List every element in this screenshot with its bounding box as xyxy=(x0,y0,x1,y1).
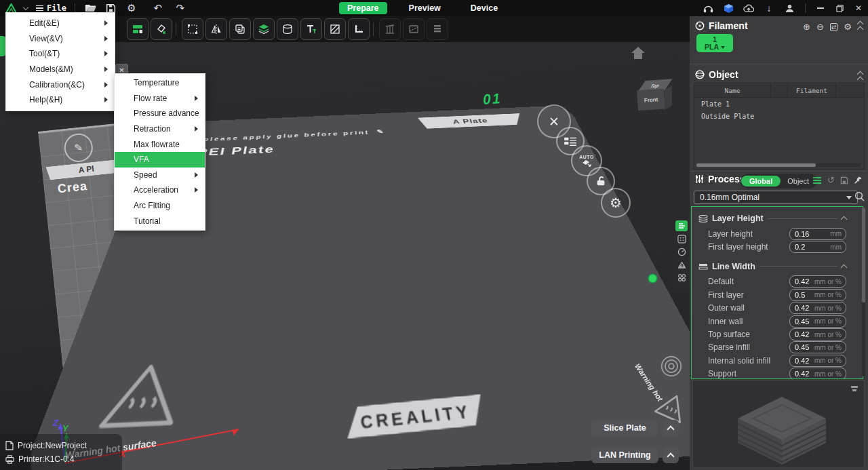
cloud-upload-button[interactable] xyxy=(741,1,757,15)
tab-global[interactable]: Global xyxy=(741,176,781,187)
edit-plate-icon[interactable]: ✎ xyxy=(63,132,94,163)
menu-item-help[interactable]: Help(&H) xyxy=(6,92,115,108)
download-button[interactable]: ↓ xyxy=(761,1,777,15)
menu-item-edit[interactable]: Edit(&E) xyxy=(6,16,115,31)
submenu-item-vfa[interactable]: VFA xyxy=(115,152,205,168)
first-layer-height-field[interactable]: 0.2mm xyxy=(789,241,846,253)
collapse-filament-button[interactable] xyxy=(858,22,863,32)
build-plate-area[interactable]: please apply glue before print✎ PEI Plat… xyxy=(163,111,547,418)
tab-device[interactable]: Device xyxy=(462,2,506,14)
undo-button[interactable]: ↶ xyxy=(150,1,166,15)
internal-solid-infill-width-field[interactable]: 0.42mm or % xyxy=(789,355,846,367)
scrollbar-thumb[interactable] xyxy=(696,163,816,167)
submenu-item-retraction[interactable]: Retraction xyxy=(115,121,205,137)
tab-prepare[interactable]: Prepare xyxy=(339,2,387,14)
save-preset-icon[interactable] xyxy=(840,176,848,184)
inner-wall-width-field[interactable]: 0.45mm or % xyxy=(789,315,846,328)
group-line-width[interactable]: Line Width xyxy=(698,258,846,275)
collapse-object-button[interactable] xyxy=(858,72,863,82)
ruler-icon xyxy=(353,24,364,35)
user-account-button[interactable] xyxy=(781,1,797,15)
hollow-button[interactable] xyxy=(277,18,298,40)
remove-filament-button[interactable]: ⊖ xyxy=(816,22,824,32)
plate-preview-thumbnail[interactable] xyxy=(692,380,865,468)
column-filament[interactable]: Filament xyxy=(788,83,836,97)
add-filament-button[interactable]: ⊕ xyxy=(803,22,810,32)
parameter-list-icon[interactable] xyxy=(812,176,822,184)
cloud-library-button[interactable] xyxy=(720,1,736,15)
filament-settings-button[interactable]: ⚙ xyxy=(844,22,852,32)
mirror-button[interactable] xyxy=(205,18,227,40)
cut-button[interactable] xyxy=(403,18,425,40)
filament-slot-button[interactable]: 1 PLA xyxy=(696,34,733,52)
sync-filament-button[interactable]: ⇄ xyxy=(830,23,838,31)
submenu-item-temperature[interactable]: Temperature xyxy=(115,75,205,91)
pattern-button[interactable] xyxy=(324,18,346,40)
lan-printing-button[interactable]: LAN Printing xyxy=(591,447,658,463)
menu-item-view[interactable]: View(&V) xyxy=(6,31,115,47)
submenu-item-acceleration[interactable]: Acceleration xyxy=(115,182,205,198)
home-view-icon[interactable] xyxy=(631,46,646,60)
sparse-infill-width-field[interactable]: 0.45mm or % xyxy=(789,341,846,353)
table-row-plate1[interactable]: Plate 1 xyxy=(694,98,864,110)
plate-tab[interactable]: A Plate xyxy=(418,113,524,129)
outer-wall-width-field[interactable]: 0.42mm or % xyxy=(789,302,846,314)
menu-item-models[interactable]: Models(&M) xyxy=(6,62,115,77)
group-button[interactable] xyxy=(675,272,688,283)
chevron-down-icon[interactable] xyxy=(23,5,28,10)
submenu-item-pressure-advance[interactable]: Pressure advance xyxy=(115,106,205,121)
submenu-item-tutorial[interactable]: Tutorial xyxy=(115,213,205,229)
arrange-button[interactable] xyxy=(127,18,149,40)
submenu-item-max-flowrate[interactable]: Max flowrate xyxy=(115,136,205,152)
preset-select[interactable]: 0.16mm Optimal xyxy=(694,191,858,204)
top-surface-width-field[interactable]: 0.42mm or % xyxy=(789,328,846,340)
menu-item-tool[interactable]: Tool(&T) xyxy=(6,46,115,62)
plate-settings-button[interactable]: ⚙ xyxy=(601,188,631,218)
dice-button[interactable] xyxy=(675,233,688,244)
print-options-button[interactable] xyxy=(663,447,679,463)
submenu-item-speed[interactable]: Speed xyxy=(115,168,205,183)
settings-button[interactable]: ⚙ xyxy=(123,1,140,15)
tools-icon[interactable] xyxy=(854,176,863,184)
support-headset-button[interactable] xyxy=(700,1,716,15)
clone-button[interactable] xyxy=(229,18,251,40)
table-row-outside-plate[interactable]: Outside Plate xyxy=(694,110,864,122)
support-width-field[interactable]: 0.42mm or % xyxy=(789,368,846,379)
redo-button[interactable]: ↷ xyxy=(172,1,189,15)
slice-plate-button[interactable]: Slice Plate xyxy=(591,420,658,436)
search-icon[interactable] xyxy=(854,191,865,201)
column-name[interactable]: Name xyxy=(694,83,771,97)
layer-height-field[interactable]: 0.16mm xyxy=(789,228,846,240)
parameter-table-button[interactable] xyxy=(675,220,688,231)
orientation-cube[interactable]: Top Front xyxy=(636,79,674,114)
submenu-item-flow-rate[interactable]: Flow rate xyxy=(115,91,205,106)
tab-object[interactable]: Object xyxy=(781,176,816,187)
speed-gauge-button[interactable] xyxy=(675,246,688,257)
file-menu-button[interactable]: File xyxy=(33,3,69,13)
close-button[interactable]: ✕ xyxy=(849,1,868,16)
table-hscrollbar[interactable] xyxy=(696,163,861,167)
minimize-button[interactable] xyxy=(811,1,830,16)
handle-dot[interactable] xyxy=(649,275,656,282)
slice-options-button[interactable] xyxy=(663,420,679,436)
support-button[interactable] xyxy=(379,18,401,40)
paint-layers-button[interactable] xyxy=(253,18,275,40)
scale-button[interactable] xyxy=(182,18,203,40)
stack-icon[interactable] xyxy=(850,385,859,393)
menu-item-calibration[interactable]: Calibration(&C) xyxy=(6,77,115,92)
params-scrollbar[interactable] xyxy=(862,208,865,376)
sandpile-button[interactable] xyxy=(675,259,688,270)
restore-button[interactable] xyxy=(830,1,849,16)
seam-button[interactable] xyxy=(427,18,448,40)
lay-on-face-button[interactable] xyxy=(151,18,172,40)
text-tool-button[interactable] xyxy=(300,18,322,40)
default-width-field[interactable]: 0.42mm or % xyxy=(789,275,846,288)
first-layer-width-field[interactable]: 0.5mm or % xyxy=(789,289,846,301)
reset-icon[interactable]: ↺ xyxy=(827,175,835,185)
pencil-icon[interactable]: ✎ xyxy=(376,128,386,135)
group-layer-height[interactable]: Layer Height xyxy=(698,210,846,227)
submenu-item-arc-fitting[interactable]: Arc Fitting xyxy=(115,198,205,214)
tab-preview[interactable]: Preview xyxy=(401,2,449,14)
scrollbar-thumb[interactable] xyxy=(862,208,865,302)
measure-button[interactable] xyxy=(348,18,370,40)
